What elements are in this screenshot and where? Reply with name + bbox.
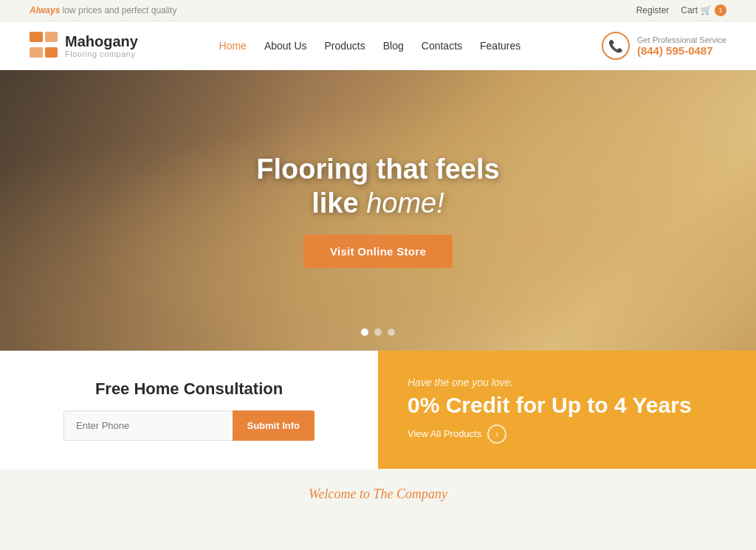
cart-count: 1	[715, 4, 726, 16]
brand-sub: Flooring company	[65, 49, 138, 58]
cart-svg: 🛒	[701, 5, 712, 16]
view-products-link[interactable]: View All Products ›	[408, 424, 726, 444]
view-products-arrow-icon: ›	[487, 424, 506, 444]
main-nav: Home About Us Products Blog Contacts Fea…	[219, 40, 521, 52]
logo-text: Mahogany Flooring company	[65, 33, 138, 58]
cart-icon[interactable]: Cart 🛒 1	[681, 4, 726, 16]
logo-cell-2	[45, 32, 58, 42]
hero-title-line1: Flooring that feels	[256, 154, 499, 185]
welcome-section: Welcome to The Company	[0, 469, 756, 520]
cart-label: Cart	[681, 5, 698, 16]
promo-tagline: Have the one you love.	[408, 377, 726, 388]
consultation-form: Submit Info	[63, 410, 315, 441]
hero-dot-3[interactable]	[388, 329, 395, 336]
promo-headline: 0% Credit for Up to 4 Years	[408, 393, 726, 417]
top-bar: Always low prices and perfect quality Re…	[0, 0, 756, 21]
top-bar-actions: Register Cart 🛒 1	[636, 4, 726, 16]
nav-about[interactable]: About Us	[264, 40, 307, 52]
contact-label: Get Professional Service	[637, 35, 726, 44]
header: Mahogany Flooring company Home About Us …	[0, 21, 756, 70]
logo-icon	[30, 32, 58, 60]
consultation-title: Free Home Consultation	[95, 379, 283, 399]
tagline-always: Always	[30, 5, 60, 16]
phone-icon: 📞	[602, 32, 630, 60]
logo-cell-4	[45, 47, 58, 58]
logo-cell-1	[30, 32, 43, 42]
hero-dot-1[interactable]	[361, 329, 368, 336]
contact-text: Get Professional Service (844) 595-0487	[637, 35, 726, 57]
logo[interactable]: Mahogany Flooring company	[30, 32, 138, 60]
header-contact: 📞 Get Professional Service (844) 595-048…	[602, 32, 726, 60]
hero-dot-2[interactable]	[374, 329, 382, 336]
hero-dots	[361, 329, 395, 336]
phone-number[interactable]: (844) 595-0487	[637, 44, 726, 57]
brand-name: Mahogany	[65, 33, 138, 49]
hero-content: Flooring that feels like home! Visit Onl…	[256, 153, 499, 268]
nav-products[interactable]: Products	[325, 40, 365, 52]
nav-blog[interactable]: Blog	[383, 40, 404, 52]
promo-panel: Have the one you love. 0% Credit for Up …	[378, 351, 756, 469]
hero-title: Flooring that feels like home!	[256, 153, 499, 220]
consultation-panel: Free Home Consultation Submit Info	[0, 351, 378, 469]
welcome-text: Welcome to The Company	[18, 487, 738, 502]
phone-input[interactable]	[63, 410, 233, 441]
nav-features[interactable]: Features	[480, 40, 520, 52]
tagline-rest: low prices and perfect quality	[60, 5, 176, 16]
hero-title-italic: home!	[366, 188, 444, 219]
hero-cta-button[interactable]: Visit Online Store	[303, 235, 453, 268]
register-link[interactable]: Register	[636, 5, 670, 16]
hero-section: Flooring that feels like home! Visit Onl…	[0, 70, 756, 351]
nav-contacts[interactable]: Contacts	[422, 40, 462, 52]
view-products-label: View All Products	[408, 428, 481, 439]
submit-info-button[interactable]: Submit Info	[233, 410, 315, 441]
hero-title-line2-plain: like	[312, 188, 366, 219]
logo-cell-3	[30, 47, 43, 58]
tagline: Always low prices and perfect quality	[30, 5, 176, 16]
lower-section: Free Home Consultation Submit Info Have …	[0, 351, 756, 469]
nav-home[interactable]: Home	[219, 40, 247, 52]
